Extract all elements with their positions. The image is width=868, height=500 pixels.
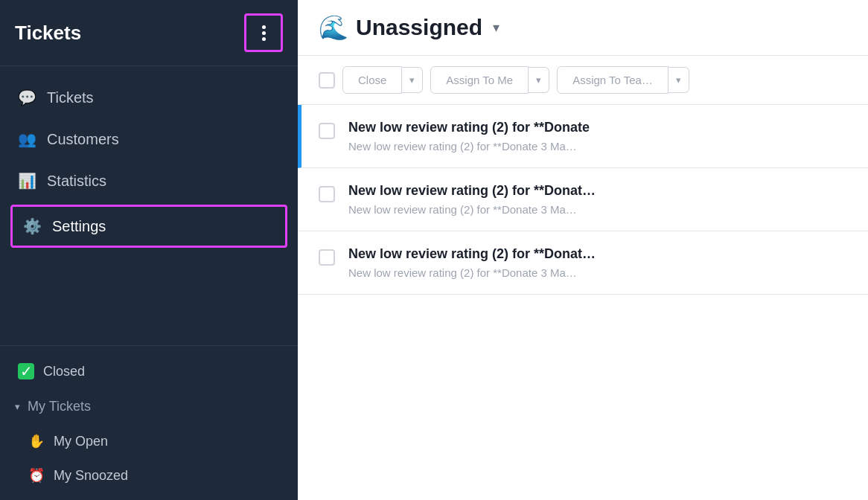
sidebar-header: Tickets <box>0 0 298 66</box>
sidebar-item-customers[interactable]: 👥 Customers <box>0 118 298 160</box>
header-dropdown-chevron[interactable]: ▾ <box>493 19 500 36</box>
dot3 <box>262 37 266 41</box>
ticket-content-1: New low review rating (2) for **Donate N… <box>348 120 847 153</box>
dot2 <box>262 31 266 35</box>
tickets-icon: 💬 <box>18 89 36 106</box>
closed-icon: ✓ <box>18 363 34 379</box>
assign-to-me-dropdown-button[interactable]: ▾ <box>529 67 549 93</box>
ticket-item[interactable]: New low review rating (2) for **Donat… N… <box>298 231 868 295</box>
assign-to-me-button-group: Assign To Me ▾ <box>430 66 549 94</box>
ticket-item[interactable]: New low review rating (2) for **Donate N… <box>298 105 868 168</box>
ticket-title-1: New low review rating (2) for **Donate <box>348 120 847 135</box>
statistics-icon: 📊 <box>18 172 36 190</box>
sidebar-item-closed[interactable]: ✓ Closed <box>0 353 298 389</box>
more-options-button[interactable] <box>244 13 283 52</box>
sidebar-nav: 💬 Tickets 👥 Customers 📊 Statistics ⚙️ Se… <box>0 66 298 345</box>
ticket-subtitle-3: New low review rating (2) for **Donate 3… <box>348 266 847 279</box>
my-open-icon: ✋ <box>28 433 45 449</box>
sidebar-item-my-open[interactable]: ✋ My Open <box>0 424 298 458</box>
main-content: 🌊 Unassigned ▾ Close ▾ Assign To Me ▾ As… <box>298 0 868 500</box>
assign-to-team-button-group: Assign To Tea… ▾ <box>557 66 689 94</box>
ticket-subtitle-2: New low review rating (2) for **Donate 3… <box>348 203 847 216</box>
sidebar-item-my-snoozed[interactable]: ⏰ My Snoozed <box>0 458 298 493</box>
my-snoozed-icon: ⏰ <box>28 467 45 484</box>
my-tickets-header[interactable]: ▾ My Tickets <box>0 389 298 424</box>
ticket-title-3: New low review rating (2) for **Donat… <box>348 246 847 262</box>
customers-icon: 👥 <box>18 130 36 148</box>
sidebar-item-settings[interactable]: ⚙️ Settings <box>10 205 287 248</box>
assign-to-team-button[interactable]: Assign To Tea… <box>557 66 668 94</box>
sidebar-item-tickets-label: Tickets <box>47 89 94 106</box>
ticket-content-2: New low review rating (2) for **Donat… N… <box>348 183 847 216</box>
main-header: 🌊 Unassigned ▾ <box>298 0 868 56</box>
sidebar-item-statistics-label: Statistics <box>47 173 106 190</box>
ticket-checkbox-1[interactable] <box>319 123 335 139</box>
sidebar-item-closed-label: Closed <box>43 364 85 379</box>
sidebar-section-status: ✓ Closed ▾ My Tickets ✋ My Open ⏰ My Sno… <box>0 345 298 500</box>
main-header-title: Unassigned <box>356 15 482 40</box>
sidebar-title: Tickets <box>15 22 81 45</box>
sidebar-item-my-snoozed-label: My Snoozed <box>54 468 128 484</box>
close-button[interactable]: Close <box>342 66 402 94</box>
ticket-content-3: New low review rating (2) for **Donat… N… <box>348 246 847 279</box>
ticket-subtitle-1: New low review rating (2) for **Donate 3… <box>348 140 847 153</box>
assign-to-team-dropdown-button[interactable]: ▾ <box>668 67 689 93</box>
close-button-group: Close ▾ <box>342 66 423 94</box>
ticket-checkbox-3[interactable] <box>319 249 335 266</box>
settings-icon: ⚙️ <box>23 217 42 235</box>
sidebar-item-customers-label: Customers <box>47 131 119 148</box>
select-all-checkbox[interactable] <box>319 72 335 89</box>
close-dropdown-button[interactable]: ▾ <box>402 67 423 93</box>
sidebar-item-my-open-label: My Open <box>54 434 108 449</box>
sidebar: Tickets 💬 Tickets 👥 Customers 📊 Statisti… <box>0 0 298 500</box>
sidebar-item-statistics[interactable]: 📊 Statistics <box>0 160 298 202</box>
sidebar-item-tickets[interactable]: 💬 Tickets <box>0 77 298 118</box>
sidebar-item-settings-label: Settings <box>52 218 106 235</box>
ticket-title-2: New low review rating (2) for **Donat… <box>348 183 847 199</box>
my-tickets-chevron: ▾ <box>15 401 20 412</box>
ticket-list: New low review rating (2) for **Donate N… <box>298 105 868 500</box>
ticket-checkbox-2[interactable] <box>319 186 335 202</box>
my-tickets-label: My Tickets <box>28 399 91 414</box>
ticket-item[interactable]: New low review rating (2) for **Donat… N… <box>298 168 868 231</box>
dot1 <box>262 25 266 29</box>
assign-to-me-button[interactable]: Assign To Me <box>430 66 529 94</box>
header-emoji: 🌊 <box>319 13 348 42</box>
toolbar: Close ▾ Assign To Me ▾ Assign To Tea… ▾ <box>298 56 868 105</box>
